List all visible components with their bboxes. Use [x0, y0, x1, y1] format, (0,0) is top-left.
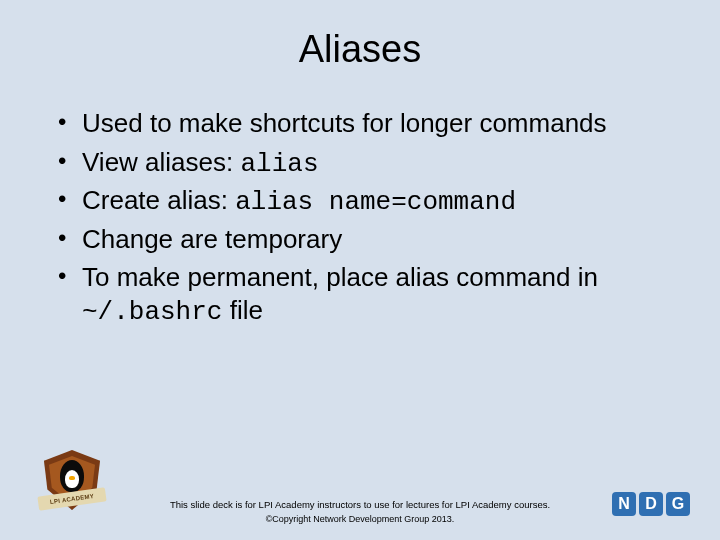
bullet-code: ~/.bashrc [82, 297, 222, 327]
bullet-text: Used to make shortcuts for longer comman… [82, 108, 607, 138]
slide: Aliases Used to make shortcuts for longe… [0, 0, 720, 540]
bullet-item: Used to make shortcuts for longer comman… [58, 107, 672, 142]
bullet-item: View aliases: alias [58, 146, 672, 181]
slide-body: Used to make shortcuts for longer comman… [0, 71, 720, 328]
bullet-text: Change are temporary [82, 224, 342, 254]
bullet-text: View aliases: [82, 147, 241, 177]
bullet-item: Change are temporary [58, 223, 672, 258]
penguin-icon [60, 460, 84, 492]
bullet-code: alias [241, 149, 319, 179]
bullet-item: To make permanent, place alias command i… [58, 261, 672, 328]
bullet-text: Create alias: [82, 185, 235, 215]
bullet-code: alias name=command [235, 187, 516, 217]
bullet-list: Used to make shortcuts for longer comman… [58, 107, 672, 328]
ndg-logo: N D G [612, 492, 690, 516]
bullet-text-post: file [222, 295, 262, 325]
ndg-n-icon: N [612, 492, 636, 516]
slide-title: Aliases [0, 0, 720, 71]
ndg-d-icon: D [639, 492, 663, 516]
bullet-text: To make permanent, place alias command i… [82, 262, 598, 292]
ndg-g-icon: G [666, 492, 690, 516]
bullet-item: Create alias: alias name=command [58, 184, 672, 219]
